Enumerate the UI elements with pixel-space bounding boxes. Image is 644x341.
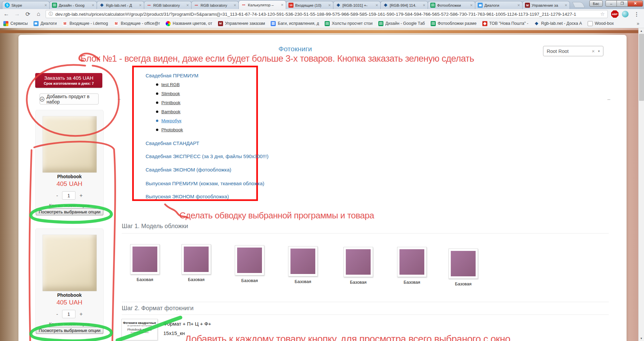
close-icon[interactable]: × — [375, 3, 378, 8]
tab-rgb-1031[interactable]: [RGB-1031] +- × — [333, 1, 381, 9]
program-item-slimbook[interactable]: Slimbook — [161, 91, 180, 96]
program-item-test-rgb[interactable]: test RGB — [161, 82, 180, 87]
close-icon[interactable]: × — [422, 3, 425, 8]
view-options-button[interactable]: Посмотреть выбранные опции — [36, 327, 103, 334]
window-basic-button[interactable]: Бас — [589, 0, 603, 7]
tab-photocovers[interactable]: Фотообложки × — [428, 1, 475, 9]
back-icon[interactable]: ← — [3, 11, 10, 17]
qty-minus-button[interactable]: - — [56, 311, 58, 317]
cover-swatch[interactable]: Базовая — [341, 247, 376, 285]
browser-menu-icon[interactable]: ⋮ — [632, 11, 641, 17]
tab-calculator-active[interactable]: Калькулятор – × — [238, 0, 286, 9]
carousel-next[interactable]: – — [607, 96, 610, 102]
tab-dialogs[interactable]: Диалоги × — [475, 1, 523, 9]
bookmarks-overflow-icon[interactable]: » — [637, 21, 641, 26]
bookmark-inbox-2[interactable]: Входящие - office@r — [114, 21, 160, 26]
cover-swatch[interactable]: Базовая — [394, 247, 429, 285]
tab-rgb-laboratory-1[interactable]: RGB laboratory × — [144, 1, 192, 9]
close-icon[interactable]: × — [233, 3, 236, 8]
program-item-microbook-selected[interactable]: Микробук — [161, 118, 181, 123]
content-panel: Фотокниги Блок №1 - всегда виден, даже е… — [18, 35, 627, 341]
program-link-grad-premium[interactable]: Выпускная ПРЕМИУМ (кожзам, тканевая обло… — [146, 181, 264, 186]
program-link-grad-econom[interactable]: Выпускная ЭКОНОМ фотообложка) — [146, 194, 229, 199]
bookmark-wood-box[interactable]: Wood-box — [588, 21, 614, 26]
scroll-up-icon[interactable]: ▲ — [639, 28, 644, 33]
minimize-button[interactable]: – — [605, 0, 617, 7]
bookmark-color-names[interactable]: Названия цветов, от — [166, 21, 212, 26]
qty-plus-button[interactable]: + — [79, 193, 83, 199]
divider — [122, 233, 609, 233]
bookmark-services[interactable]: Сервисы — [3, 21, 28, 26]
close-icon[interactable]: × — [91, 3, 94, 8]
address-bar[interactable]: ⓘ dev.rgb-lab.net/ru/prices/calculator/#… — [46, 10, 608, 18]
program-item-bambook[interactable]: Bambook — [161, 109, 180, 114]
qty-input[interactable]: 1 — [62, 191, 75, 200]
close-icon[interactable]: × — [327, 3, 331, 8]
window-close-button[interactable]: ✕ — [628, 0, 643, 7]
clear-icon[interactable]: × — [592, 48, 595, 54]
page-scrollbar[interactable]: ▲ ▼ — [638, 28, 644, 341]
url-text[interactable]: dev.rgb-lab.net/ru/prices/calculator/#!/… — [55, 12, 598, 17]
bookmark-rgb-lab-board[interactable]: Rgb-lab.net - Доска А — [534, 21, 582, 26]
close-icon[interactable]: × — [517, 3, 520, 8]
bookmark-star-icon[interactable]: ☆ — [600, 11, 605, 17]
product-image[interactable] — [43, 116, 97, 173]
qty-minus-button[interactable]: - — [56, 193, 58, 199]
tab-rgb-994[interactable]: [RGB-994] 114. × — [380, 1, 428, 9]
close-icon[interactable]: × — [185, 3, 189, 8]
view-options-button[interactable]: Посмотреть выбранные опции — [36, 208, 103, 215]
user-select[interactable]: Root Root × ▾ — [543, 46, 603, 56]
bookmark-inbox-1[interactable]: Входящие - i.demog — [62, 21, 108, 26]
new-tab-button[interactable] — [572, 2, 585, 8]
bookmark-canvas-calc[interactable]: Холсты просчет стои — [325, 21, 372, 26]
bookmark-bugs[interactable]: Баги, исправления, д — [271, 21, 319, 26]
program-item-printbook[interactable]: Printbook — [161, 100, 180, 105]
format-option-card[interactable]: Фоткниги квадратные (в одинаковой пропор… — [121, 319, 158, 340]
cover-swatch[interactable]: Базовая — [179, 244, 214, 282]
program-link-express[interactable]: Свадебная ЭКСПРЕСС (за 3 дня, файлы 590x… — [146, 153, 268, 159]
product-image[interactable] — [43, 235, 97, 291]
close-icon[interactable]: × — [469, 3, 473, 8]
program-item-photobook[interactable]: Photobook — [161, 127, 183, 132]
jira-icon — [336, 3, 341, 8]
close-icon[interactable]: × — [280, 2, 283, 7]
restore-button[interactable]: ❐ — [616, 0, 628, 7]
program-link-standard[interactable]: Свадебная СТАНДАРТ — [146, 140, 199, 146]
cover-swatch[interactable]: Базовая — [285, 246, 320, 284]
bookmark-design-sheet[interactable]: Дизайн - Google Таб — [378, 21, 425, 26]
close-icon[interactable]: × — [564, 3, 567, 8]
close-icon[interactable]: × — [138, 3, 142, 8]
tab-inbox[interactable]: Входящие (10) × — [286, 1, 333, 9]
carousel-prev[interactable]: – — [118, 96, 120, 101]
extension-icon[interactable] — [622, 11, 629, 17]
program-link-econom[interactable]: Свадебная ЭКОНОМ (фотообложка) — [146, 167, 231, 173]
tab-rgb-laboratory-2[interactable]: RGB laboratory × — [191, 1, 239, 9]
scroll-down-icon[interactable]: ▼ — [639, 336, 644, 341]
bookmark-order-management[interactable]: Управление заказам — [218, 21, 265, 26]
bookmark-nova-poshta[interactable]: ТОВ "Нова Пошта" - — [482, 21, 529, 26]
adblock-extension-icon[interactable]: ABP — [611, 10, 619, 18]
add-product-button[interactable]: + Добавить продукт в набор — [40, 93, 99, 105]
scrollbar-thumb[interactable] — [639, 34, 644, 101]
browser-window: Skype × Дизайн - Goog × Rgb-lab.net - Д … — [0, 0, 644, 341]
bookmark-dialogs[interactable]: Диалоги — [34, 21, 57, 26]
tab-skype[interactable]: Skype × — [2, 1, 50, 9]
tab-rgb-lab-board[interactable]: Rgb-lab.net - Д × — [97, 1, 144, 9]
cover-swatch[interactable]: Базовая — [446, 249, 481, 286]
cover-swatch[interactable]: Базовая — [127, 244, 162, 282]
reload-icon[interactable]: ⟳ — [24, 11, 32, 18]
tab-order-management[interactable]: Управление за × — [522, 1, 570, 9]
forward-icon[interactable]: → — [13, 11, 21, 17]
program-link-premium[interactable]: Свадебная ПРЕМИУМ — [146, 73, 199, 78]
qty-input[interactable]: 1 — [62, 310, 75, 318]
bookmark-photocovers[interactable]: Фотообложки разме — [431, 21, 477, 26]
page-info-icon[interactable]: ⓘ — [49, 11, 53, 17]
orders-app-icon — [218, 21, 223, 26]
home-icon[interactable]: ⌂ — [35, 11, 42, 17]
close-icon[interactable]: × — [44, 3, 47, 8]
chevron-down-icon[interactable]: ▾ — [598, 49, 600, 53]
order-button[interactable]: Заказать за 405 UAH Срок изготовления в … — [35, 73, 102, 88]
qty-plus-button[interactable]: + — [79, 311, 83, 317]
cover-swatch[interactable]: Базовая — [232, 245, 267, 283]
tab-design-sheet[interactable]: Дизайн - Goog × — [49, 1, 97, 9]
